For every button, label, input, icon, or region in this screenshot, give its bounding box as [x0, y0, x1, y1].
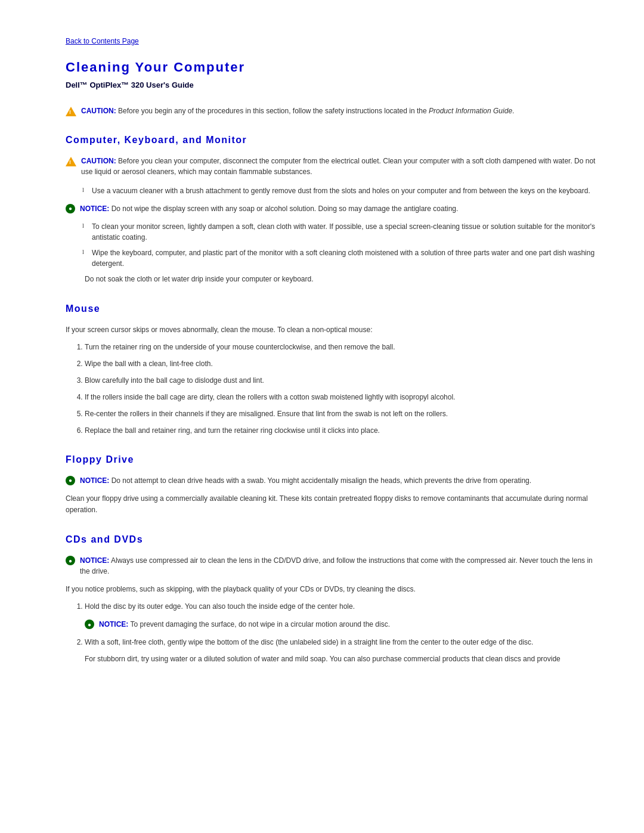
section3-notice-text: NOTICE: Do not attempt to clean drive he…	[80, 475, 531, 486]
section2-intro: If your screen cursor skips or moves abn…	[66, 324, 596, 336]
section3-notice: ● NOTICE: Do not attempt to clean drive …	[66, 475, 596, 486]
main-caution: CAUTION: Before you begin any of the pro…	[66, 106, 596, 116]
section1-bullet2: To clean your monitor screen, lightly da…	[85, 221, 596, 243]
section4-notice1-text: NOTICE: Always use compressed air to cle…	[80, 555, 596, 577]
section2-step3: Blow carefully into the ball cage to dis…	[85, 375, 596, 386]
section3-notice-icon: ●	[66, 476, 75, 485]
section1-notice1-text: NOTICE: Do not wipe the display screen w…	[80, 203, 458, 214]
section4-notice2-text: NOTICE: To prevent damaging the surface,…	[99, 619, 390, 630]
section3-heading: Floppy Drive	[66, 453, 596, 467]
section2-step5: Re-center the rollers in their channels …	[85, 408, 596, 419]
section1-bullet1: Use a vacuum cleaner with a brush attach…	[85, 185, 596, 196]
page-title: Cleaning Your Computer	[66, 57, 596, 77]
section4-intro: If you notice problems, such as skipping…	[66, 584, 596, 595]
section4-notice1-icon: ●	[66, 556, 75, 565]
section2-steps: Turn the retainer ring on the underside …	[85, 342, 596, 436]
section1-note1: Do not soak the cloth or let water drip …	[85, 274, 596, 285]
section1-notice1: ● NOTICE: Do not wipe the display screen…	[66, 203, 596, 214]
section4-step2-list: With a soft, lint-free cloth, gently wip…	[85, 637, 596, 648]
section1-caution-text: CAUTION: Before you clean your computer,…	[81, 156, 596, 177]
subtitle: Dell™ OptiPlex™ 320 User's Guide	[66, 79, 596, 91]
section1-bullet3: Wipe the keyboard, computer, and plastic…	[85, 247, 596, 269]
section4-step2-note: For stubborn dirt, try using water or a …	[85, 654, 596, 665]
section2-heading: Mouse	[66, 302, 596, 316]
section4-notice2: ● NOTICE: To prevent damaging the surfac…	[85, 619, 596, 630]
main-caution-text: CAUTION: Before you begin any of the pro…	[81, 106, 514, 116]
section4-step2: With a soft, lint-free cloth, gently wip…	[85, 637, 596, 648]
back-to-contents-link[interactable]: Back to Contents Page	[66, 36, 596, 47]
section1-caution: CAUTION: Before you clean your computer,…	[66, 156, 596, 177]
section4-notice1: ● NOTICE: Always use compressed air to c…	[66, 555, 596, 577]
section1-notice1-label: NOTICE:	[80, 205, 109, 213]
section2-step6: Replace the ball and retainer ring, and …	[85, 425, 596, 436]
section4-heading: CDs and DVDs	[66, 532, 596, 547]
caution-label: CAUTION:	[81, 107, 116, 115]
section2-step4: If the rollers inside the ball cage are …	[85, 392, 596, 402]
section2-step2: Wipe the ball with a clean, lint-free cl…	[85, 358, 596, 369]
caution-triangle-icon	[66, 107, 76, 116]
section1-caution-icon	[66, 157, 76, 166]
section1-notice1-icon: ●	[66, 204, 75, 213]
section3-notice-label: NOTICE:	[80, 476, 109, 485]
section4-notice2-label: NOTICE:	[99, 620, 128, 628]
section4-step1: Hold the disc by its outer edge. You can…	[85, 601, 596, 612]
section3-text: Clean your floppy drive using a commerci…	[66, 493, 596, 516]
section2-step1: Turn the retainer ring on the underside …	[85, 342, 596, 352]
section1-heading: Computer, Keyboard, and Monitor	[66, 133, 596, 147]
section4-notice1-label: NOTICE:	[80, 556, 109, 565]
section4-notice2-icon: ●	[85, 620, 94, 629]
section4-steps: Hold the disc by its outer edge. You can…	[85, 601, 596, 612]
section1-caution-label: CAUTION:	[81, 157, 116, 165]
